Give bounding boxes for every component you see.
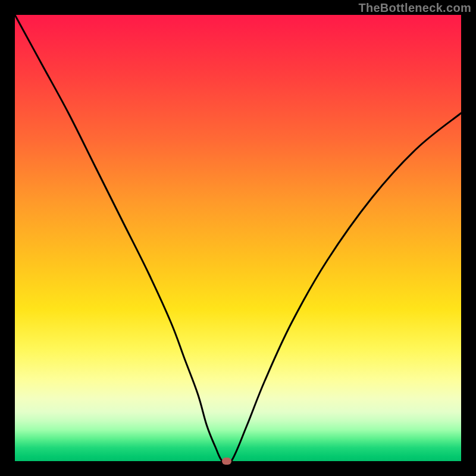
bottleneck-curve <box>15 15 461 461</box>
watermark-text: TheBottleneck.com <box>358 1 471 15</box>
plot-area <box>15 15 461 461</box>
chart-frame: TheBottleneck.com <box>0 0 476 476</box>
optimal-point-marker <box>222 458 231 465</box>
